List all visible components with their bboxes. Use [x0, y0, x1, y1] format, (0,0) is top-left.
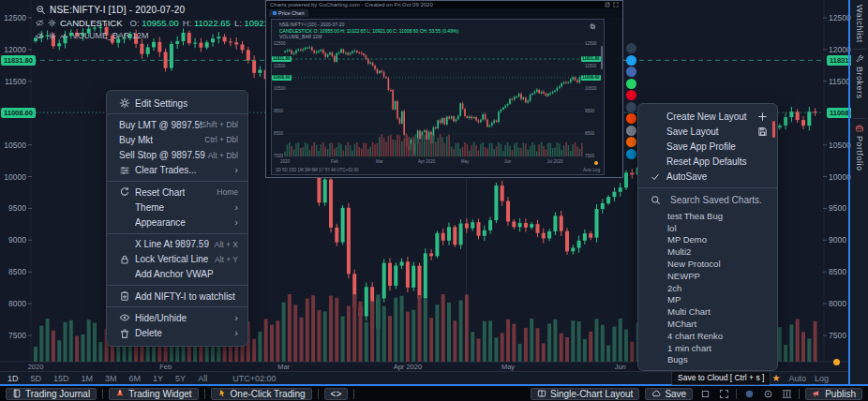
- sidebar-tab-portfolio[interactable]: Portfolio: [851, 124, 868, 171]
- saved-chart-item[interactable]: 1 min chart: [638, 342, 777, 354]
- fullscreen-icon[interactable]: [613, 1, 619, 8]
- menu-shortcut: Home: [217, 187, 238, 197]
- saved-chart-item[interactable]: lol: [638, 222, 777, 234]
- timezone-label[interactable]: UTC+02:00: [232, 374, 276, 383]
- hide-study-icon[interactable]: [36, 19, 44, 27]
- saved-chart-item[interactable]: 2ch: [638, 282, 777, 294]
- saved-chart-item[interactable]: test Thea Bug: [638, 210, 777, 222]
- preview-tab[interactable]: Price Chart: [269, 9, 308, 17]
- browser-button[interactable]: [741, 388, 756, 400]
- menu-item-add-nifty-i-to-watchlist[interactable]: Add NIFTY-I to watchlist: [107, 289, 247, 304]
- crosshair-button[interactable]: [760, 388, 775, 400]
- right-price-axis[interactable]: 1250012000115001050010000950090008500800…: [825, 0, 849, 371]
- trading-widget-button[interactable]: Trading Widget: [109, 388, 198, 400]
- timeframe-1y[interactable]: 1Y: [153, 374, 163, 383]
- menu-item-edit-settings[interactable]: Edit Settings: [107, 96, 247, 111]
- menu-item-label: Add NIFTY-I to watchlist: [135, 291, 235, 302]
- saved-chart-item[interactable]: Multi Chart: [638, 305, 777, 318]
- social-share-icon-10[interactable]: [626, 149, 636, 159]
- log-scale-label[interactable]: Log: [815, 374, 829, 383]
- saved-chart-item[interactable]: MP: [638, 294, 777, 306]
- scroll-to-latest-dot[interactable]: [833, 359, 840, 365]
- menu-item-save-app-profile[interactable]: Save App Profile: [638, 139, 777, 154]
- trading-journal-button[interactable]: Trading Journal: [6, 388, 97, 400]
- saved-chart-item[interactable]: 4 chart Renko: [638, 330, 777, 342]
- floppy-icon: [757, 126, 768, 137]
- social-share-icon-4[interactable]: [626, 79, 636, 89]
- saved-chart-item[interactable]: New Protocol: [638, 258, 777, 270]
- zoom-out-icon[interactable]: [36, 5, 46, 15]
- menu-item-add-anchor-vwap[interactable]: Add Anchor VWAP: [107, 267, 247, 282]
- preview-price-badge: 11831.80: [272, 56, 292, 62]
- lock-icon: [119, 254, 135, 265]
- publish-button[interactable]: Publish: [805, 388, 862, 400]
- save-button[interactable]: Save: [645, 388, 693, 400]
- trading-journal-button-label: Trading Journal: [25, 389, 90, 399]
- timeframe-1d[interactable]: 1D: [7, 374, 19, 383]
- sidebar-tab-watchlist[interactable]: Watchlist: [851, 0, 868, 43]
- sidebar-tab-brokers[interactable]: Brokers: [851, 54, 868, 99]
- menu-item-reset-app-defaults[interactable]: Reset App Defaults: [638, 155, 777, 170]
- megaphone-icon: [812, 389, 821, 398]
- menu-item-save-layout[interactable]: Save Layout: [638, 124, 777, 139]
- preview-time-label: Mar: [376, 159, 383, 164]
- price-tick-label: 9500: [0, 204, 26, 213]
- social-share-icon-6[interactable]: [626, 102, 636, 112]
- menu-item-appearance[interactable]: Appearance›: [107, 215, 247, 230]
- timeframe-6m[interactable]: 6M: [129, 374, 142, 383]
- external-link-icon[interactable]: [605, 1, 610, 8]
- timeframe-5d[interactable]: 5D: [31, 374, 42, 383]
- sidebar-tab-label: Watchlist: [855, 5, 864, 43]
- menu-item-hide-unhide[interactable]: Hide/Unhide›: [107, 310, 247, 325]
- menu-item-reset-chart[interactable]: Reset ChartHome: [107, 185, 247, 200]
- menu-item-buy-mkt[interactable]: Buy MktCtrl + Dbl: [107, 132, 247, 147]
- preview-scrollbar[interactable]: [601, 46, 603, 69]
- volume-settings-icon[interactable]: [48, 32, 56, 40]
- menu-item-delete[interactable]: Delete›: [107, 325, 247, 340]
- menu-item-clear-trades[interactable]: Clear Trades...›: [107, 163, 247, 178]
- -button[interactable]: <>: [324, 388, 349, 400]
- timeframe-1m[interactable]: 1M: [82, 374, 94, 383]
- market-depth-button[interactable]: [779, 388, 794, 400]
- menu-item-theme[interactable]: Theme›: [107, 200, 247, 215]
- social-share-icon-1[interactable]: [626, 43, 636, 53]
- social-share-icon-3[interactable]: [626, 67, 636, 77]
- saved-chart-item[interactable]: MChart: [638, 318, 777, 330]
- copy-icon[interactable]: [590, 23, 596, 30]
- menu-scrollbar-thumb[interactable]: [772, 121, 775, 138]
- hide-volume-icon[interactable]: [36, 32, 44, 40]
- menu-item-sell-stop-9897-59[interactable]: Sell Stop @ 9897.59Alt + Dbl: [107, 148, 247, 163]
- price-tick-label: 10000: [0, 173, 26, 182]
- fullscreen-button[interactable]: [716, 388, 731, 400]
- one-click-trading-button[interactable]: One-Click Trading: [211, 388, 312, 400]
- saved-chart-item[interactable]: MP Demo: [638, 234, 777, 246]
- social-share-icon-2[interactable]: [626, 55, 636, 66]
- preview-tab-label: Price Chart: [278, 10, 305, 16]
- screenshot-button[interactable]: [697, 388, 712, 400]
- single-chart-layout-button[interactable]: Single-Chart Layout: [531, 388, 639, 400]
- timeframe-5y[interactable]: 5Y: [175, 374, 186, 383]
- saved-chart-item[interactable]: NEWPP: [638, 270, 777, 282]
- divider: [736, 389, 737, 399]
- timeframe-all[interactable]: All: [198, 374, 207, 383]
- social-share-icon-7[interactable]: [626, 113, 636, 124]
- price-tick-label: 9000: [0, 236, 26, 245]
- active-chart-outline-right: [848, 0, 850, 384]
- menu-item-lock-vertical-line[interactable]: Lock Vertical LineAlt + Y: [107, 252, 247, 267]
- menu-item-buy-lmt-9897-59[interactable]: Buy LMT @ 9897.59Shift + Dbl: [107, 117, 247, 132]
- saved-chart-item[interactable]: Bugs: [638, 354, 777, 366]
- timeframe-15d[interactable]: 15D: [53, 374, 69, 383]
- social-share-icon-8[interactable]: [626, 126, 636, 136]
- menu-item-create-new-layout[interactable]: Create New Layout: [638, 109, 777, 124]
- menu-item-autosave[interactable]: AutoSave: [638, 170, 777, 185]
- search-input[interactable]: [668, 194, 771, 206]
- study-settings-icon[interactable]: [48, 19, 56, 27]
- social-share-icon-5[interactable]: [626, 90, 636, 100]
- menu-item-x-line-at-9897-59[interactable]: X Line At 9897.59Alt + X: [107, 237, 247, 252]
- auto-scale-label[interactable]: Auto: [788, 374, 806, 383]
- saved-chart-item[interactable]: Multi2: [638, 245, 777, 258]
- favorites-star-icon[interactable]: ★: [771, 374, 780, 383]
- left-price-axis[interactable]: 1250012000115001050010000950090008500800…: [0, 0, 31, 371]
- timeframe-3m[interactable]: 3M: [105, 374, 117, 383]
- social-share-icon-9[interactable]: [626, 137, 636, 147]
